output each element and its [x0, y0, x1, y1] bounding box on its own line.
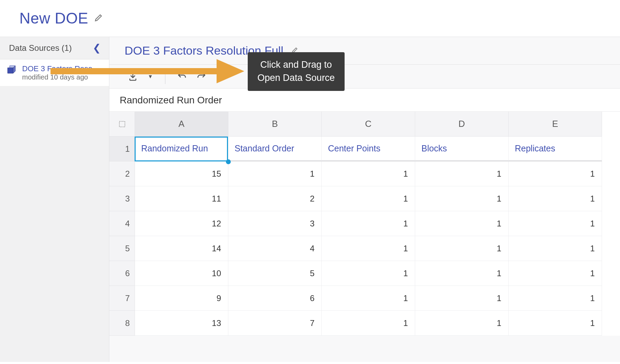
table-cell[interactable]: 1	[509, 186, 602, 211]
row-header[interactable]: 8	[109, 311, 135, 336]
page-title: New DOE	[19, 10, 88, 27]
data-grid[interactable]: ABCDE1Randomized RunStandard OrderCenter…	[109, 112, 620, 336]
column-header[interactable]: B	[228, 112, 322, 137]
table-cell[interactable]: 1	[509, 161, 602, 186]
table-header-cell[interactable]: Center Points	[322, 137, 415, 161]
table-cell[interactable]: 1	[415, 236, 509, 261]
row-header[interactable]: 2	[109, 161, 135, 186]
column-header[interactable]: D	[415, 112, 509, 137]
table-cell[interactable]: 1	[415, 286, 509, 311]
table-cell[interactable]: 1	[509, 261, 602, 286]
row-header[interactable]: 6	[109, 261, 135, 286]
table-cell[interactable]: 4	[228, 236, 322, 261]
annotation-tooltip: Click and Drag to Open Data Source	[248, 52, 345, 91]
export-button[interactable]	[123, 67, 143, 85]
row-header[interactable]: 3	[109, 186, 135, 211]
toolbar: ▾	[109, 64, 620, 88]
table-cell[interactable]: 1	[322, 161, 415, 186]
table-cell[interactable]: 1	[509, 311, 602, 336]
redo-button[interactable]	[192, 67, 211, 85]
table-header-cell[interactable]: Randomized Run	[135, 137, 228, 161]
table-cell[interactable]: 5	[228, 261, 322, 286]
content-area: DOE 3 Factors Resolution Full ▾ Randomiz…	[109, 37, 620, 362]
table-cell[interactable]: 14	[135, 236, 228, 261]
select-all-corner[interactable]	[109, 112, 135, 137]
table-cell[interactable]: 1	[509, 236, 602, 261]
table-cell[interactable]: 1	[228, 161, 322, 186]
row-header[interactable]: 1	[109, 137, 135, 161]
table-cell[interactable]: 13	[135, 311, 228, 336]
table-cell[interactable]: 1	[322, 211, 415, 236]
table-cell[interactable]: 12	[135, 211, 228, 236]
table-cell[interactable]: 6	[228, 286, 322, 311]
table-header-cell[interactable]: Standard Order	[228, 137, 322, 161]
table-cell[interactable]: 1	[415, 211, 509, 236]
sidebar: Data Sources (1) ❮ DOE 3 Factors Reso… m…	[0, 37, 109, 362]
tooltip-line2: Open Data Source	[257, 72, 335, 85]
table-cell[interactable]: 1	[322, 186, 415, 211]
table-cell[interactable]: 1	[322, 286, 415, 311]
table-cell[interactable]: 2	[228, 186, 322, 211]
row-header[interactable]: 5	[109, 236, 135, 261]
sidebar-header-title: Data Sources (1)	[9, 43, 72, 53]
table-header-cell[interactable]: Replicates	[509, 137, 602, 161]
toolbar-separator	[165, 69, 165, 84]
table-cell[interactable]: 7	[228, 311, 322, 336]
table-cell[interactable]: 1	[415, 186, 509, 211]
data-source-subtitle: modified 10 days ago	[22, 73, 100, 81]
table-cell[interactable]: 10	[135, 261, 228, 286]
table-cell[interactable]: 1	[322, 311, 415, 336]
column-header[interactable]: A	[135, 112, 228, 137]
table-cell[interactable]: 1	[509, 211, 602, 236]
tooltip-line1: Click and Drag to	[257, 58, 335, 72]
table-cell[interactable]: 15	[135, 161, 228, 186]
collapse-sidebar-icon[interactable]: ❮	[91, 43, 103, 53]
table-cell[interactable]: 1	[322, 261, 415, 286]
export-dropdown-caret[interactable]: ▾	[143, 73, 158, 80]
table-cell[interactable]: 3	[228, 211, 322, 236]
table-cell[interactable]: 9	[135, 286, 228, 311]
cube-icon	[6, 64, 17, 77]
table-cell[interactable]: 1	[322, 236, 415, 261]
edit-page-title-icon[interactable]	[94, 13, 103, 24]
row-header[interactable]: 4	[109, 211, 135, 236]
column-header[interactable]: E	[509, 112, 602, 137]
data-source-item[interactable]: DOE 3 Factors Reso… modified 10 days ago	[0, 59, 109, 86]
svg-rect-3	[119, 121, 125, 127]
table-cell[interactable]: 1	[415, 311, 509, 336]
table-header-cell[interactable]: Blocks	[415, 137, 509, 161]
table-cell[interactable]: 1	[415, 261, 509, 286]
svg-marker-1	[8, 68, 13, 73]
column-header[interactable]: C	[322, 112, 415, 137]
sheet-title: Randomized Run Order	[109, 88, 620, 112]
table-cell[interactable]: 1	[415, 161, 509, 186]
table-cell[interactable]: 11	[135, 186, 228, 211]
undo-button[interactable]	[172, 67, 192, 85]
data-source-title: DOE 3 Factors Reso…	[22, 64, 100, 73]
table-cell[interactable]: 1	[509, 286, 602, 311]
row-header[interactable]: 7	[109, 286, 135, 311]
